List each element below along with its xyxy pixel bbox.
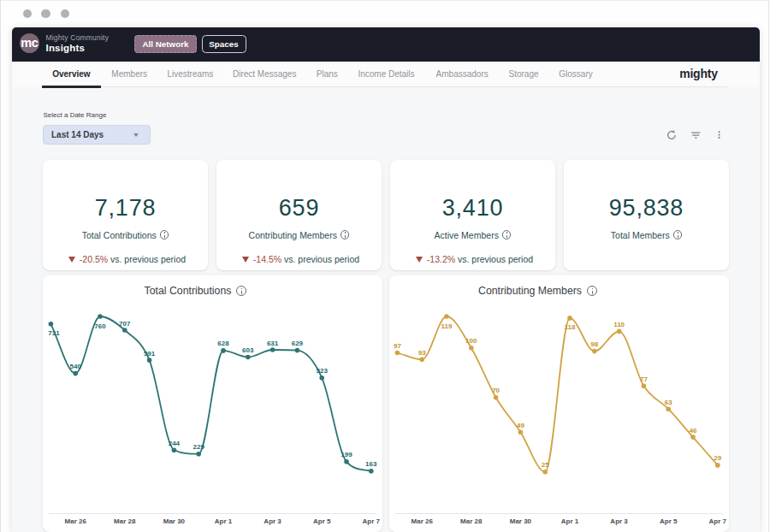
svg-text:29: 29	[714, 454, 721, 462]
svg-text:631: 631	[267, 340, 279, 347]
svg-text:629: 629	[292, 340, 304, 347]
svg-text:591: 591	[144, 350, 156, 358]
svg-text:98: 98	[590, 340, 598, 348]
svg-text:93: 93	[418, 349, 426, 357]
svg-text:Apr 1: Apr 1	[215, 517, 233, 525]
svg-text:Apr 5: Apr 5	[313, 517, 331, 525]
svg-text:760: 760	[94, 322, 106, 330]
svg-text:25: 25	[542, 461, 549, 469]
svg-text:110: 110	[613, 321, 625, 328]
svg-text:244: 244	[169, 440, 181, 447]
svg-text:163: 163	[365, 460, 377, 468]
svg-text:540: 540	[70, 363, 82, 370]
svg-text:119: 119	[441, 322, 453, 330]
svg-text:Mar 26: Mar 26	[65, 517, 87, 525]
svg-text:46: 46	[690, 427, 697, 434]
svg-text:63: 63	[665, 399, 672, 406]
svg-text:70: 70	[492, 387, 500, 394]
svg-text:Apr 5: Apr 5	[660, 517, 678, 525]
svg-text:199: 199	[341, 451, 352, 458]
svg-text:523: 523	[317, 367, 329, 375]
svg-text:Apr 7: Apr 7	[363, 517, 381, 525]
svg-text:628: 628	[217, 340, 229, 347]
svg-text:Mar 30: Mar 30	[163, 517, 186, 525]
svg-text:Apr 3: Apr 3	[264, 517, 281, 525]
svg-text:49: 49	[517, 422, 524, 429]
svg-text:Mar 26: Mar 26	[412, 517, 434, 525]
svg-text:77: 77	[640, 375, 648, 383]
svg-text:707: 707	[119, 320, 131, 328]
svg-text:100: 100	[465, 337, 477, 345]
svg-text:Mar 30: Mar 30	[510, 517, 532, 525]
svg-text:Apr 1: Apr 1	[561, 517, 579, 525]
svg-text:Mar 28: Mar 28	[114, 517, 136, 525]
svg-text:603: 603	[242, 346, 254, 354]
svg-text:731: 731	[48, 329, 60, 337]
svg-text:229: 229	[193, 443, 205, 451]
svg-text:97: 97	[394, 342, 401, 350]
svg-text:Mar 28: Mar 28	[460, 517, 483, 525]
svg-text:118: 118	[565, 323, 576, 331]
svg-text:Apr 3: Apr 3	[610, 517, 628, 525]
svg-text:Apr 7: Apr 7	[709, 517, 727, 525]
